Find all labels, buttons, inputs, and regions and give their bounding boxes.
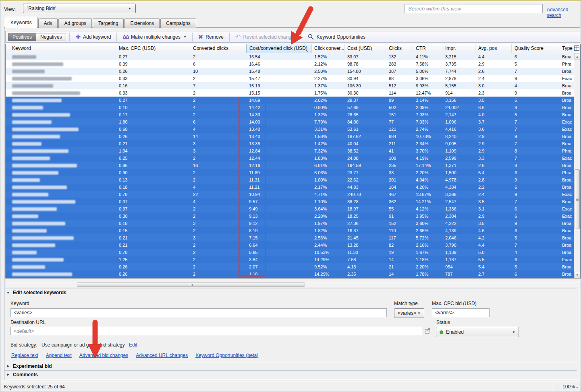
table-row[interactable]: 0.261015.482.58%154.803875.00%7,7442.67B… (6, 68, 574, 75)
link-advanced-bid-changes[interactable]: Advanced bid changes (79, 353, 128, 358)
expand-triangle-icon[interactable]: ▶ (7, 373, 9, 376)
keyword-field[interactable] (10, 308, 387, 317)
tab-extensions[interactable]: Extensions (124, 19, 160, 28)
expand-triangle-icon[interactable]: ▶ (7, 364, 9, 368)
tab-ads[interactable]: Ads (38, 19, 58, 28)
bid-strategy-value: Use campaign or ad group bid strategy (42, 342, 125, 348)
view-dropdown[interactable]: 'Raising Bids' ▼ (23, 4, 136, 13)
negatives-button[interactable]: Negatives (36, 33, 66, 41)
table-row[interactable]: 0.60413.403.31%53.611212.74%4,4163.67Exa… (6, 126, 574, 133)
column-header-quality-score[interactable]: Quality Score (512, 44, 559, 53)
table-row[interactable]: 0.16715.191.37%106.305129.93%5,1553.04Br… (6, 82, 574, 89)
table-row[interactable]: 0.3729.493.64%18.97554.12%1,3363.16Exac (6, 205, 574, 213)
cell-converted-clicks: 2 (190, 97, 246, 104)
tab-campaigns[interactable]: Campaigns (160, 19, 196, 28)
table-row[interactable]: 0.17214.331.32%28.651517.03%2,1474.05Bro… (6, 111, 574, 118)
link-advanced-url-changes[interactable]: Advanced URL changes (136, 353, 188, 358)
tab-targeting[interactable]: Targeting (93, 19, 124, 28)
table-row[interactable]: 0.1839.121.97%27.361523.60%4,2223.59Broa (6, 220, 574, 227)
horizontal-scrollbar[interactable] (6, 282, 580, 287)
table-row[interactable]: 0.261413.401.58%187.6288410.73%8,2402.99… (6, 133, 574, 140)
table-row[interactable]: 0.861612.166.81%194.5923517.14%1,3712.68… (6, 162, 574, 169)
bid-strategy-edit-link[interactable]: Edit (129, 342, 137, 348)
table-row[interactable]: 0.33215.472.27%30.94883.06%2,8782.49Exac (6, 75, 574, 82)
column-header-converted-clicks[interactable]: Converted clicks (190, 44, 246, 53)
column-header-clicks[interactable]: Clicks (386, 44, 413, 53)
cell-ctr: 12.47% (413, 89, 442, 97)
column-header-impressions[interactable]: Impr. (442, 44, 475, 53)
table-row[interactable]: 1.80614.007.79%84.00777.03%1,0963.77Exac (6, 118, 574, 126)
link-append-text[interactable]: Append text (46, 353, 72, 358)
column-header-click-conv-rate[interactable]: Click conver... (311, 44, 344, 53)
comments-section[interactable]: Comments (13, 372, 38, 378)
table-row[interactable]: 0.2137.152.56%21.451175.72%2,0464.25Broa (6, 234, 574, 241)
table-row[interactable]: 0.2126.642.44%13.28822.16%3,7904.47Broa (6, 241, 574, 249)
link-replace-text[interactable]: Replace text (11, 353, 38, 358)
table-row[interactable]: 0.13211.311.00%22.622014.04%4,9782.89Bro… (6, 176, 574, 184)
experimental-bid-section[interactable]: Experimental bid (13, 363, 52, 369)
table-row[interactable]: 0.39616.462.12%98.782837.58%3,7352.95Phr… (6, 60, 574, 68)
external-link-icon[interactable] (425, 328, 431, 334)
cell-type: Exac (559, 155, 574, 162)
redacted-keyword (12, 91, 80, 95)
positives-button[interactable]: Positives (8, 33, 36, 41)
cell-impressions: 4,139 (442, 227, 475, 234)
table-row[interactable]: 0.3029.132.20%18.25913.95%2,3042.96Exac (6, 213, 574, 220)
table-row[interactable]: 0.27216.541.52%33.071324.11%3,2154.46Bro… (6, 53, 574, 60)
cell-cost-per-converted-click: 16.46 (246, 60, 311, 68)
table-row[interactable]: 0.7825.6510.53%11.30191.67%1,1395.04Broa (6, 249, 574, 256)
redacted-keyword (12, 99, 62, 102)
keyword-opportunities-button[interactable]: Keyword Opportunities (305, 33, 367, 41)
collapse-triangle-icon[interactable]: ▼ (6, 291, 10, 295)
table-row[interactable]: 0.2621.1814.29%2.35141.78%7872.76Broa (6, 270, 574, 278)
scroll-down-arrow-icon[interactable]: ▼ (574, 272, 580, 278)
column-header-type[interactable]: Type (559, 44, 574, 53)
remove-button[interactable]: ✖ Remove (196, 33, 226, 41)
column-header-cost-per-converted-click[interactable]: Cost/converted click (USD)▼ (246, 44, 311, 53)
table-row[interactable]: 1.2523.8414.29%7.68141.18%1,1875.56Exac (6, 256, 574, 263)
table-row[interactable]: 1.04312.847.32%38.52413.70%1,1092.98Phra (6, 147, 574, 155)
table-row[interactable]: 0.0749.571.10%38.2836214.21%2,5473.57Bro… (6, 198, 574, 205)
cell-keyword (6, 234, 116, 241)
column-header-ctr[interactable]: CTR (413, 44, 442, 53)
column-header-keyword[interactable]: Keyword (6, 44, 116, 53)
match-type-dropdown[interactable]: <varies> ▼ (394, 308, 424, 318)
cell-keyword (6, 111, 116, 118)
table-row[interactable]: 0.25212.441.83%24.881094.19%2,5993.37Exa… (6, 155, 574, 162)
cell-converted-clicks: 14 (190, 133, 246, 140)
table-row[interactable]: 0.2622.079.52%4.13212.20%9545.45Broa (6, 263, 574, 270)
link-keyword-opportunities-beta-[interactable]: Keyword Opportunities (beta) (195, 353, 258, 358)
cell-keyword (6, 133, 116, 140)
table-row[interactable]: 0.1528.191.82%16.371102.66%4,1394.66Broa (6, 227, 574, 234)
add-keyword-button[interactable]: ✚ Add keyword (73, 33, 113, 41)
horizontal-scrollbar-thumb[interactable] (77, 283, 305, 287)
advanced-search-link[interactable]: Advanced search (547, 7, 581, 18)
table-row[interactable]: 0.18411.212.17%44.831844.20%4,3842.26Bro… (6, 184, 574, 191)
cell-converted-clicks: 2 (190, 270, 246, 278)
column-header-max-cpc[interactable]: Max. CPC (USD) (116, 44, 190, 53)
search-input[interactable] (405, 4, 543, 13)
column-header-avg-position[interactable]: Avg. pos (475, 44, 512, 53)
column-header-cost[interactable]: Cost (USD) (344, 44, 386, 53)
table-row[interactable]: 0.782210.944.71%240.7846713.87%3,3662.49… (6, 191, 574, 198)
destination-url-field[interactable] (10, 327, 422, 335)
table-row[interactable]: 0.10414.420.80%57.695022.09%24,0026.68Br… (6, 104, 574, 111)
status-dropdown[interactable]: Enabled ▼ (436, 327, 519, 337)
green-status-icon (440, 330, 443, 334)
table-row[interactable]: 0.27214.692.02%29.37993.14%3,1563.55Broa (6, 97, 574, 104)
redacted-keyword (12, 272, 72, 276)
zoom-control[interactable]: 100%▼ (562, 384, 579, 390)
tab-keywords[interactable]: Keywords (5, 17, 37, 28)
scroll-up-arrow-icon[interactable]: ▲ (574, 53, 580, 60)
cell-type: Exac (559, 75, 574, 82)
table-row[interactable]: 0.21313.351.42%40.042112.34%9,0052.97Bro… (6, 140, 574, 147)
make-multiple-changes-button[interactable]: ΔΔ Make multiple changes ▼ (120, 33, 189, 41)
max-cpc-bid-field[interactable] (432, 308, 490, 317)
vertical-scrollbar[interactable]: ▲ ▼ (574, 53, 580, 278)
vertical-scrollbar-thumb[interactable] (575, 169, 580, 229)
tab-ad-groups[interactable]: Ad groups (58, 19, 92, 28)
table-row[interactable]: 0.33215.151.75%30.3011412.47%9142.39Broa (6, 89, 574, 97)
revert-selected-changes-button[interactable]: ↶ Revert selected changes (233, 33, 299, 41)
column-chooser-icon[interactable] (574, 45, 579, 51)
table-row[interactable]: 0.90211.896.06%23.77332.20%1,5005.46Phra (6, 169, 574, 176)
